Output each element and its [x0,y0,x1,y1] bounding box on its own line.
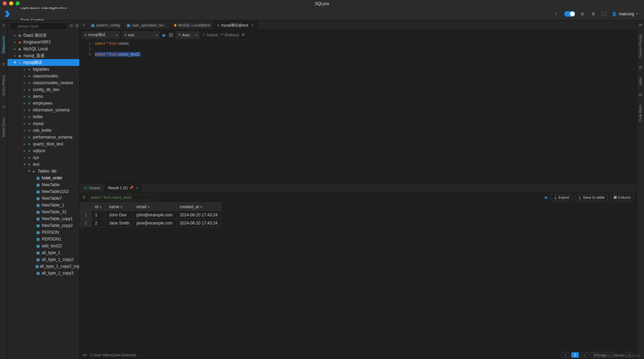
theme-toggle[interactable] [564,11,575,17]
datasource-MySQL Local[interactable]: ▸◆MySQL Local [7,46,79,52]
table-all_type_1_copy2[interactable]: ▦all_type_1_copy2 [7,256,79,263]
close-tab-icon[interactable]: × [251,23,253,27]
table-row[interactable]: 22Jane Smithjane@example.com2024-06-20 1… [80,219,221,227]
table-NewTable[interactable]: ▦NewTable [7,181,79,188]
db-bigtables[interactable]: ▸≡bigtables [7,66,79,73]
result-tab-result-1-2-[interactable]: Result 1 (2)📌× [104,183,142,193]
rail-index[interactable]: Index [639,75,642,87]
column-header-name[interactable]: name⇅ [106,203,133,211]
db-employees[interactable]: ▸≡employees [7,100,79,107]
pin-icon[interactable]: 📌 [129,186,133,190]
tab-user_operation_rec-[interactable]: ▦user_operation_rec... [124,20,171,30]
page-size-select[interactable]: 50/page [590,352,612,358]
rail-datasource[interactable]: Datasource [2,34,5,55]
database-select[interactable]: ≡test [122,31,160,39]
db-sys[interactable]: ▸≡sys [7,154,79,161]
index-icon[interactable]: ⟳ [638,65,643,70]
cell[interactable]: 2024-06-20 17:43:24 [176,219,221,227]
result-tab-output[interactable]: ◷Output [80,183,104,193]
sort-icon[interactable]: ⇅ [99,205,102,209]
table-NewTable7[interactable]: ▦NewTable7 [7,195,79,202]
table-NewTable_copy2[interactable]: ▦NewTable_copy2 [7,222,79,229]
saved-query-icon[interactable]: ≡ [1,104,6,109]
column-header-created_at[interactable]: created_at⇅ [176,203,221,211]
code-line[interactable]: select * from users_test2; [95,52,635,57]
datasource-DaaS 测试库[interactable]: ▸◆DaaS 测试库 [7,32,79,39]
db-mysql[interactable]: ▸≡mysql [7,120,79,127]
cell[interactable]: 1 [80,211,92,219]
db-demo[interactable]: ▸≡demo [7,93,79,100]
datasource-icon[interactable]: ≡ [1,22,6,28]
column-header-rownum[interactable] [80,203,92,211]
rail-saved-query[interactable]: Saved Query [2,115,5,139]
db-classicmodels[interactable]: ▸≡classicmodels [7,73,79,79]
db-quartz_tibot_test[interactable]: ▸≡quartz_tibot_test [7,141,79,147]
table-row[interactable]: 11John Doejohn@example.com2024-06-20 17:… [80,211,221,219]
table-add_test22[interactable]: ▦add_test22 [7,243,79,249]
close-icon[interactable]: × [136,186,138,190]
tab-mysql测试-test[interactable]: ≡mysql测试@test× [214,20,257,30]
fullscreen-icon[interactable]: ⛶ [601,11,608,17]
stop-button[interactable] [169,33,173,37]
cell[interactable]: John Doe [106,211,133,219]
table-all_type_1[interactable]: ▦all_type_1 [7,249,79,256]
cell[interactable]: 2024-06-20 17:43:24 [176,211,221,219]
datasource-KingbaseV8R3[interactable]: ▸◆KingbaseV8R3 [7,39,79,46]
traffic-max[interactable] [16,1,20,5]
settings-icon[interactable]: ⚙ [590,11,597,17]
code-block-icon[interactable]: ⟳ [638,92,643,98]
db-test[interactable]: ▼≡test [7,161,79,168]
rollback-button[interactable]: ↶Rollback [221,33,239,37]
db-config_db_dev[interactable]: ▸≡config_db_dev [7,86,79,93]
next-page-button[interactable]: > [581,352,588,358]
table-all_type_1_copy2_copy1[interactable]: ▦all_type_1_copy2_copy1 [7,263,79,270]
save-to-table-button[interactable]: ⭳Save to table [575,194,608,200]
column-prompt-icon[interactable]: ⟳ [638,22,643,28]
user-menu[interactable]: 👤 maicong ▾ [612,12,638,16]
db-ods_kettle[interactable]: ▸≡ods_kettle [7,127,79,134]
panel-icon[interactable]: ⧉ [579,11,586,17]
mode-select[interactable]: ✎Auto [176,31,200,39]
traffic-min[interactable] [9,1,13,5]
db-performance_schema[interactable]: ▸≡performance_schema [7,134,79,141]
rail-column-prompt[interactable]: Column Prompt [639,33,642,60]
table-PERSON[interactable]: ▦PERSON [7,229,79,236]
prev-page-button[interactable]: < [562,352,569,358]
new-tab-button[interactable]: + [80,20,88,30]
run-button[interactable]: ▶ [163,32,166,38]
sort-icon[interactable]: ⇅ [120,205,123,209]
db-information_schema[interactable]: ▸≡information_schema [7,107,79,113]
rail-code-block[interactable]: Code Block [639,103,642,124]
page-number[interactable]: 1 [571,352,579,358]
table-NewTable_22[interactable]: ▦NewTable_22 [7,209,79,215]
db-sqllynx[interactable]: ▸≡sqllynx [7,147,79,154]
datasource-search-input[interactable] [10,22,68,30]
tables-folder[interactable]: ▼▸Tables98 [7,168,79,175]
refresh-icon[interactable]: ⟳ [70,23,73,29]
tab-settings-icon[interactable]: ⚙ [242,33,245,37]
table-NewTable_copy1[interactable]: ▦NewTable_copy1 [7,215,79,222]
cell[interactable]: john@example.com [133,211,176,219]
search-icon[interactable]: ⚲ [82,195,86,200]
column-header-email[interactable]: email⇅ [133,203,176,211]
cell[interactable]: jane@example.com [133,219,176,227]
column-button[interactable]: ▦Column [610,194,634,200]
tab-system_config[interactable]: ▦system_config [88,20,124,30]
query-history-icon[interactable]: ≡ [1,61,6,67]
table-all_type_1_copy3[interactable]: ▦all_type_1_copy3 [7,270,79,276]
sort-icon[interactable]: ⇅ [200,205,203,209]
db-classicmodels_restore[interactable]: ▸≡classicmodels_restore [7,79,79,86]
goto-input[interactable]: 1 [626,352,633,358]
column-header-id[interactable]: id⇅ [92,203,106,211]
table-PERSON1[interactable]: ▦PERSON1 [7,236,79,243]
submit-button[interactable]: ⇪Submit [202,33,218,37]
db-kettle[interactable]: ▸≡kettle [7,113,79,120]
datasource-mysql测试[interactable]: ▼◆mysql测试 [7,59,79,66]
collapse-icon[interactable]: ⊟ [75,23,79,29]
cell[interactable]: 1 [92,211,106,219]
table-hotel_order[interactable]: ▦hotel_order [7,175,79,181]
code-line[interactable]: select * from users; [95,41,635,46]
cell[interactable]: 2 [80,219,92,227]
code-line[interactable] [95,46,635,52]
table-NewTable_1[interactable]: ▦NewTable_1 [7,202,79,209]
